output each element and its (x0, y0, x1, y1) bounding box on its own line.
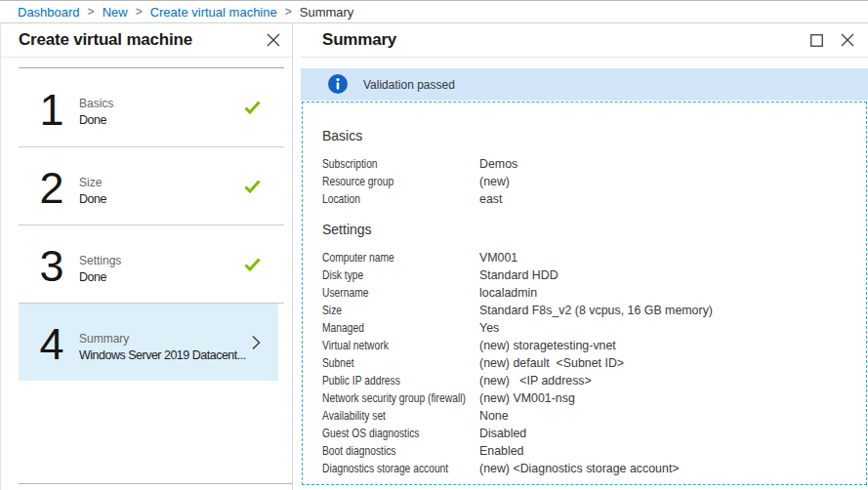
row-value: (new) (479, 175, 510, 188)
row-label: Managed (322, 321, 453, 335)
wizard-step-basics[interactable]: 1BasicsDone (19, 68, 284, 146)
breadcrumb-item-new[interactable]: New (103, 5, 128, 20)
step-text: SettingsDone (79, 253, 121, 286)
summary-content-region: BasicsSubscriptionDemosResource group(ne… (302, 102, 867, 485)
row-label: Subnet (322, 356, 453, 370)
row-value: Enabled (479, 444, 523, 458)
summary-row-username: Usernamelocaladmin (322, 286, 856, 304)
row-value: east (479, 192, 502, 206)
row-label: Virtual network (322, 339, 453, 352)
step-text: SummaryWindows Server 2019 Datacent... (79, 331, 246, 364)
row-label: Availability set (322, 409, 453, 423)
azure-portal-page: Dashboard>New>Create virtual machine>Sum… (0, 0, 868, 490)
summary-row-subscription: SubscriptionDemos (322, 157, 856, 175)
summary-row-disk-type: Disk typeStandard HDD (322, 268, 856, 286)
summary-row-virtual-network: Virtual network(new) storagetesting-vnet (322, 339, 856, 356)
summary-row-computer-name: Computer nameVM001 (322, 251, 856, 268)
row-value: localadmin (479, 286, 537, 300)
summary-row-subnet: Subnet(new) default <Subnet ID> (322, 356, 856, 374)
row-label: Location (322, 192, 453, 206)
row-value: (new) <Diagnostics storage account> (479, 462, 680, 475)
summary-row-network-security-group-firewall: Network security group (firewall)(new) V… (322, 391, 856, 409)
row-label: Computer name (322, 251, 453, 265)
breadcrumb-item-summary: Summary (300, 5, 354, 20)
summary-sections: BasicsSubscriptionDemosResource group(ne… (322, 102, 856, 479)
row-label: Resource group (322, 175, 453, 188)
breadcrumb-separator: > (88, 5, 95, 19)
row-value: (new) default <Subnet ID> (479, 356, 624, 370)
check-icon (244, 258, 261, 271)
right-panel-header: Summary (301, 23, 868, 58)
summary-row-size: SizeStandard F8s_v2 (8 vcpus, 16 GB memo… (322, 304, 856, 321)
row-value: None (479, 409, 509, 423)
chevron-right-icon (252, 335, 261, 349)
row-label: Subscription (322, 157, 453, 171)
wizard-step-summary[interactable]: 4SummaryWindows Server 2019 Datacent... (19, 303, 284, 381)
step-status: Windows Server 2019 Datacent... (79, 347, 246, 364)
row-label: Network security group (firewall) (322, 391, 453, 405)
section-heading-basics: Basics (322, 127, 856, 144)
maximize-icon[interactable] (806, 29, 827, 51)
breadcrumb-separator: > (285, 5, 292, 19)
step-text: SizeDone (79, 175, 106, 208)
summary-row-guest-os-diagnostics: Guest OS diagnosticsDisabled (322, 427, 856, 444)
section-rows: SubscriptionDemosResource group(new)Loca… (322, 157, 856, 210)
summary-blade: Summary Validation passed BasicsSubscrip… (301, 23, 868, 490)
row-value: (new) <IP address> (479, 374, 592, 388)
left-panel-header: Create virtual machine (1, 23, 292, 58)
section-rows: Computer nameVM001Disk typeStandard HDDU… (322, 251, 856, 479)
summary-row-location: Locationeast (322, 192, 856, 210)
row-value: Standard F8s_v2 (8 vcpus, 16 GB memory) (479, 304, 713, 317)
row-label: Username (322, 286, 453, 300)
row-value: Yes (479, 321, 499, 335)
step-text: BasicsDone (79, 96, 113, 129)
summary-row-resource-group: Resource group(new) (322, 175, 856, 192)
row-label: Disk type (322, 268, 453, 282)
row-label: Diagnostics storage account (322, 462, 453, 475)
row-value: Disabled (479, 427, 526, 440)
breadcrumb-separator: > (136, 5, 143, 19)
breadcrumb-item-create-virtual-machine[interactable]: Create virtual machine (150, 5, 277, 20)
step-status: Done (79, 190, 106, 208)
section-heading-settings: Settings (322, 221, 856, 238)
info-icon (328, 74, 348, 94)
step-number: 3 (30, 244, 73, 288)
row-label: Guest OS diagnostics (322, 427, 453, 440)
breadcrumb-item-dashboard[interactable]: Dashboard (18, 5, 80, 20)
summary-row-boot-diagnostics: Boot diagnosticsEnabled (322, 444, 856, 462)
check-icon (244, 101, 261, 114)
row-label: Boot diagnostics (322, 444, 453, 458)
step-label: Settings (79, 253, 121, 268)
row-label: Public IP address (322, 374, 453, 388)
validation-banner: Validation passed (301, 68, 868, 101)
step-label: Basics (79, 96, 113, 111)
row-label: Size (322, 304, 453, 317)
step-status: Done (79, 268, 121, 286)
summary-row-availability-set: Availability setNone (322, 409, 856, 427)
banner-text: Validation passed (363, 78, 455, 92)
steps-list-bottom-border (19, 483, 292, 484)
summary-row-public-ip-address: Public IP address(new) <IP address> (322, 374, 856, 391)
right-panel-title: Summary (322, 30, 806, 50)
row-value: (new) storagetesting-vnet (479, 339, 616, 352)
step-number: 1 (30, 88, 73, 132)
check-icon (244, 180, 261, 193)
step-number: 4 (30, 322, 73, 366)
row-value: Demos (479, 157, 517, 171)
close-icon[interactable] (263, 29, 284, 51)
close-icon[interactable] (837, 29, 858, 51)
left-panel-title: Create virtual machine (19, 30, 263, 50)
row-value: Standard HDD (479, 268, 558, 282)
step-number: 2 (30, 166, 73, 210)
row-value: (new) VM001-nsg (479, 391, 575, 405)
step-label: Summary (79, 331, 246, 347)
summary-row-managed: ManagedYes (322, 321, 856, 339)
wizard-step-settings[interactable]: 3SettingsDone (19, 225, 284, 303)
step-status: Done (79, 111, 113, 129)
breadcrumb: Dashboard>New>Create virtual machine>Sum… (0, 0, 868, 23)
summary-row-diagnostics-storage-account: Diagnostics storage account(new) <Diagno… (322, 462, 856, 479)
wizard-steps: 1BasicsDone2SizeDone3SettingsDone4Summar… (19, 67, 284, 381)
step-label: Size (79, 175, 106, 190)
wizard-step-size[interactable]: 2SizeDone (19, 146, 284, 225)
create-vm-blade: Create virtual machine 1BasicsDone2SizeD… (0, 23, 293, 490)
